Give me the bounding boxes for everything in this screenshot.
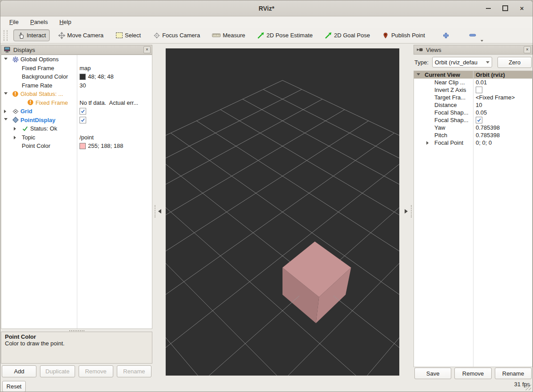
tool-2d-pose-estimate[interactable]: 2D Pose Estimate — [253, 29, 317, 41]
property-name: Focal Point — [434, 139, 463, 146]
collapse-left-panel-arrow-icon[interactable] — [158, 209, 161, 214]
property-value-cell[interactable]: 10 — [473, 102, 532, 108]
menu-help[interactable]: Help — [55, 18, 76, 26]
tool-label: 2D Pose Estimate — [266, 32, 313, 39]
menu-file[interactable]: File — [5, 18, 23, 26]
render-viewport[interactable] — [166, 48, 399, 376]
property-name-cell: Global Options — [1, 56, 77, 63]
checkbox-checked[interactable] — [80, 117, 86, 123]
remove-view-button[interactable]: Remove — [454, 368, 491, 379]
scene-3d — [166, 48, 399, 376]
window-resize-grip[interactable] — [525, 384, 531, 390]
property-name-cell: Target Fra... — [414, 94, 473, 101]
views-camera-icon — [416, 46, 423, 53]
property-value-cell[interactable] — [473, 87, 532, 93]
property-name-cell: Near Clip ... — [414, 79, 473, 86]
duplicate-button[interactable]: Duplicate — [40, 365, 75, 377]
add-button[interactable]: Add — [2, 365, 36, 377]
zero-button[interactable]: Zero — [497, 57, 532, 68]
views-panel-header[interactable]: Views × — [414, 45, 533, 55]
property-value-cell[interactable]: <Fixed Frame> — [473, 94, 532, 101]
property-value-cell[interactable]: 48; 48; 48 — [77, 73, 152, 80]
property-name-cell: Yaw — [414, 124, 473, 131]
rename-button[interactable]: Rename — [117, 365, 151, 377]
property-value-cell[interactable]: Orbit (rviz) — [473, 71, 532, 78]
property-value-cell[interactable]: 0.785398 — [473, 132, 532, 139]
checkbox-checked[interactable] — [80, 108, 86, 115]
property-value-cell[interactable]: 0.01 — [473, 79, 532, 86]
property-value-cell[interactable]: No tf data. Actual err... — [77, 99, 152, 106]
property-name-cell: Frame Rate — [1, 82, 77, 89]
toolbar-drag-handle[interactable] — [4, 30, 8, 41]
type-label: Type: — [414, 59, 429, 66]
save-button[interactable]: Save — [414, 368, 451, 379]
tool-interact[interactable]: Interact — [13, 29, 50, 41]
property-value-cell[interactable]: 0.785398 — [473, 124, 532, 131]
displays-close-button[interactable]: × — [143, 46, 151, 53]
tool-select[interactable]: Select — [111, 29, 145, 41]
tool-publish-point[interactable]: Publish Point — [378, 29, 429, 41]
tool-2d-goal-pose[interactable]: 2D Goal Pose — [321, 29, 374, 41]
expander-open-icon[interactable] — [4, 91, 11, 98]
tool-focus-camera[interactable]: Focus Camera — [149, 29, 204, 41]
property-value-cell[interactable] — [77, 108, 152, 115]
interact-hand-icon — [17, 32, 25, 39]
tool-remove[interactable] — [465, 29, 481, 41]
expander-closed-icon[interactable] — [14, 134, 20, 141]
titlebar[interactable]: RViz* × — [0, 0, 533, 16]
ok-check-icon — [22, 125, 29, 132]
displays-panel-header[interactable]: Displays × — [1, 45, 152, 55]
expander-open-icon[interactable] — [4, 116, 11, 123]
column-separator[interactable] — [473, 71, 473, 367]
property-value-cell[interactable]: 30 — [77, 82, 152, 89]
collapse-right-panel-arrow-icon[interactable] — [405, 209, 408, 214]
close-button[interactable]: × — [518, 5, 525, 12]
expander-closed-icon[interactable] — [14, 125, 20, 132]
views-panel-title: Views — [426, 47, 441, 53]
views-close-button[interactable]: × — [524, 46, 531, 53]
property-name: Global Status: ... — [20, 91, 63, 97]
expander-closed-icon[interactable] — [4, 108, 11, 115]
menu-panels[interactable]: Panels — [26, 18, 52, 26]
property-value: 10 — [476, 102, 482, 108]
tool-measure[interactable]: Measure — [208, 29, 249, 41]
move-camera-icon — [58, 32, 65, 39]
property-value-cell[interactable] — [77, 117, 152, 123]
tool-move-camera[interactable]: Move Camera — [54, 29, 107, 41]
property-value-cell[interactable] — [473, 117, 532, 123]
description-body: Color to draw the point. — [5, 340, 148, 347]
left-splitter-dots[interactable] — [155, 205, 156, 218]
views-panel: Views × Type: Orbit (rviz_defau Zero Cur… — [414, 45, 533, 391]
tool-dropdown-arrow-icon[interactable] — [481, 40, 483, 42]
right-splitter-dots[interactable] — [411, 205, 413, 218]
view-type-dropdown[interactable]: Orbit (rviz_defau — [432, 57, 492, 67]
property-name: Current View — [425, 71, 460, 78]
expander-open-icon[interactable] — [417, 71, 423, 79]
svg-text:!: ! — [14, 91, 16, 96]
maximize-icon — [502, 5, 508, 11]
checkbox-unchecked[interactable] — [476, 87, 482, 93]
checkbox-checked[interactable] — [476, 117, 482, 123]
property-value-cell[interactable]: map — [77, 65, 152, 71]
column-separator[interactable] — [77, 55, 77, 329]
property-name-cell: Fixed Frame — [1, 65, 77, 71]
reset-button[interactable]: Reset — [2, 381, 26, 392]
maximize-button[interactable] — [501, 5, 509, 12]
minimize-button[interactable] — [485, 5, 492, 12]
tool-add[interactable] — [438, 29, 454, 41]
rename-view-button[interactable]: Rename — [495, 368, 532, 379]
property-description-box: Point Color Color to draw the point. — [1, 332, 152, 364]
property-value-cell[interactable]: /point — [77, 134, 152, 141]
expander-open-icon[interactable] — [4, 56, 11, 63]
property-value: <Fixed Frame> — [476, 94, 515, 101]
property-name: Status: Ok — [30, 125, 57, 132]
color-swatch[interactable] — [80, 143, 86, 149]
property-value-cell[interactable]: 0; 0; 0 — [473, 139, 532, 146]
property-value-cell[interactable]: 255; 188; 188 — [77, 143, 152, 149]
property-name-cell: Point Color — [1, 143, 77, 149]
remove-button[interactable]: Remove — [79, 365, 113, 377]
color-swatch[interactable] — [80, 74, 86, 80]
property-name-cell: PointDisplay — [1, 116, 77, 123]
property-value-cell[interactable]: 0.05 — [473, 109, 532, 116]
expander-closed-icon[interactable] — [426, 139, 433, 146]
